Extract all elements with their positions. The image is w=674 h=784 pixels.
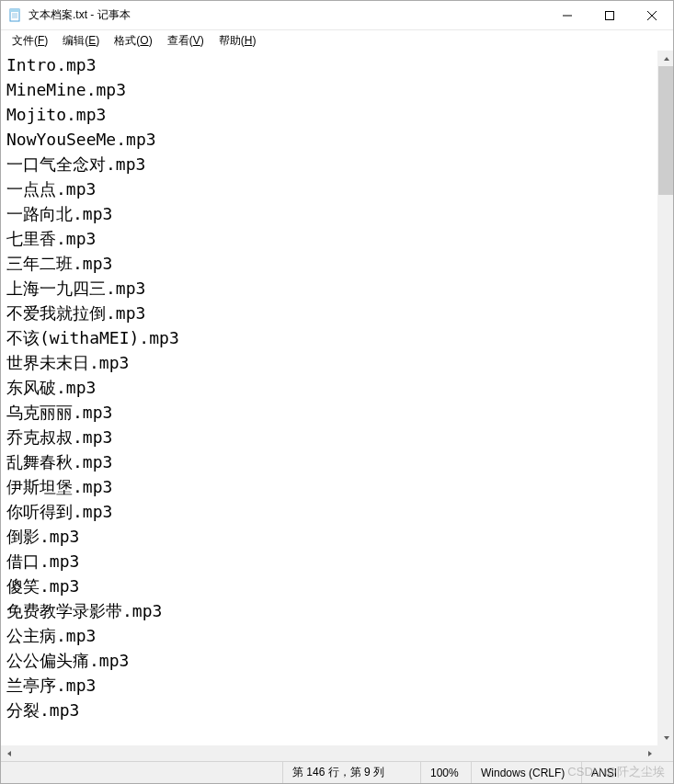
text-editor[interactable]: Intro.mp3 MineMine.mp3 Mojito.mp3 NowYou… bbox=[1, 51, 657, 745]
status-lineending: Windows (CRLF) bbox=[471, 762, 581, 783]
horizontal-scrollbar[interactable] bbox=[1, 745, 657, 761]
menubar: 文件(F) 编辑(E) 格式(O) 查看(V) 帮助(H) bbox=[1, 30, 673, 51]
close-button[interactable] bbox=[631, 1, 673, 29]
status-position: 第 146 行，第 9 列 bbox=[282, 762, 420, 783]
vertical-scrollbar[interactable] bbox=[657, 51, 673, 745]
maximize-button[interactable] bbox=[588, 1, 631, 29]
scroll-down-button[interactable] bbox=[658, 730, 673, 745]
horizontal-scroll-row bbox=[1, 745, 673, 761]
scroll-right-button[interactable] bbox=[642, 745, 657, 761]
titlebar[interactable]: 文本档案.txt - 记事本 bbox=[1, 1, 673, 30]
window-controls bbox=[546, 1, 673, 29]
statusbar: 第 146 行，第 9 列 100% Windows (CRLF) ANSI bbox=[1, 761, 673, 783]
minimize-button[interactable] bbox=[546, 1, 588, 29]
notepad-icon bbox=[8, 8, 23, 23]
scroll-up-button[interactable] bbox=[658, 51, 673, 66]
menu-edit[interactable]: 编辑(E) bbox=[55, 31, 107, 51]
menu-view[interactable]: 查看(V) bbox=[160, 31, 211, 51]
scroll-left-button[interactable] bbox=[1, 745, 17, 761]
svg-rect-1 bbox=[10, 9, 19, 12]
content-area: Intro.mp3 MineMine.mp3 Mojito.mp3 NowYou… bbox=[1, 51, 673, 745]
window-title: 文本档案.txt - 记事本 bbox=[29, 7, 546, 23]
menu-file[interactable]: 文件(F) bbox=[5, 31, 55, 51]
svg-rect-6 bbox=[606, 11, 614, 19]
menu-format[interactable]: 格式(O) bbox=[107, 31, 159, 51]
status-encoding: ANSI bbox=[581, 762, 673, 783]
menu-help[interactable]: 帮助(H) bbox=[211, 31, 264, 51]
vertical-scroll-thumb[interactable] bbox=[658, 66, 673, 195]
status-zoom: 100% bbox=[420, 762, 471, 783]
notepad-window: 文本档案.txt - 记事本 文件(F) 编辑(E) 格式(O) 查看(V) 帮… bbox=[0, 0, 674, 784]
scroll-corner bbox=[657, 745, 673, 761]
